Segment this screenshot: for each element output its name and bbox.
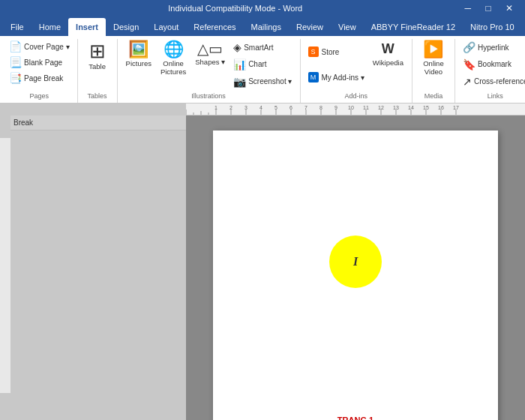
shapes-button[interactable]: △▭ Shapes ▾ <box>191 39 229 68</box>
wikipedia-button[interactable]: W Wikipedia <box>369 39 407 69</box>
tab-mailings[interactable]: Mailings <box>244 18 289 36</box>
bookmark-label: Bookmark <box>478 60 512 68</box>
tab-review[interactable]: Review <box>289 18 331 36</box>
svg-text:16: 16 <box>438 105 444 110</box>
ruler-gray-left <box>0 104 186 115</box>
shapes-label: Shapes ▾ <box>195 58 225 66</box>
text-cursor: I <box>353 255 358 268</box>
pages-items: 📄 Cover Page ▾ 📃 Blank Page 📑 Page Break <box>6 39 73 91</box>
ruler-white: 1 2 3 4 5 6 7 8 9 10 11 <box>186 104 525 115</box>
table-icon: ⊞ <box>89 41 106 61</box>
smartart-button[interactable]: ◈ SmartArt <box>230 40 295 55</box>
chart-label: Chart <box>248 60 266 68</box>
smartart-label: SmartArt <box>244 44 273 52</box>
table-button[interactable]: ⊞ Table <box>82 39 112 73</box>
ribbon-group-illustrations: 🖼️ Pictures 🌐 OnlinePictures △▭ Shapes ▾… <box>118 39 301 103</box>
tab-layout[interactable]: Layout <box>146 18 186 36</box>
store-label: Store <box>322 48 340 56</box>
pages-buttons: 📄 Cover Page ▾ 📃 Blank Page 📑 Page Break <box>6 39 73 86</box>
online-video-icon: ▶️ <box>423 41 443 58</box>
online-pictures-button[interactable]: 🌐 OnlinePictures <box>157 39 190 79</box>
page-break-icon: 📑 <box>9 72 22 84</box>
addins-items: S Store M My Add-ins ▾ W Wikipedia <box>305 39 407 91</box>
tables-group-label: Tables <box>88 91 107 100</box>
hyperlink-button[interactable]: 🔗 Hyperlink <box>460 40 525 55</box>
online-video-label: OnlineVideo <box>423 59 443 76</box>
online-pictures-icon: 🌐 <box>164 41 184 58</box>
ribbon: 📄 Cover Page ▾ 📃 Blank Page 📑 Page Break… <box>0 36 525 104</box>
tab-nitro[interactable]: Nitro Pro 10 <box>463 18 522 36</box>
cover-page-label: Cover Page ▾ <box>24 43 70 51</box>
ribbon-group-tables: ⊞ Table Tables <box>78 39 118 103</box>
bookmark-icon: 🔖 <box>463 58 476 70</box>
tab-insert[interactable]: Insert <box>68 18 106 36</box>
svg-text:6: 6 <box>290 105 292 110</box>
store-icon: S <box>308 46 319 57</box>
links-group-label: Links <box>488 91 503 100</box>
svg-text:9: 9 <box>334 105 338 110</box>
ribbon-group-pages: 📄 Cover Page ▾ 📃 Blank Page 📑 Page Break… <box>2 39 78 103</box>
addins-group-label: Add-ins <box>344 91 368 100</box>
break-label: Break <box>14 118 33 127</box>
svg-text:15: 15 <box>423 105 429 110</box>
svg-text:4: 4 <box>260 105 262 110</box>
addins-small-col: S Store M My Add-ins ▾ <box>305 39 368 90</box>
bookmark-button[interactable]: 🔖 Bookmark <box>460 57 525 72</box>
tab-references[interactable]: References <box>186 18 243 36</box>
chart-icon: 📊 <box>233 58 246 70</box>
table-label: Table <box>88 62 106 70</box>
sidebar-panel: Break <box>10 116 186 420</box>
links-small-col: 🔗 Hyperlink 🔖 Bookmark ↗ Cross-reference <box>460 39 525 90</box>
svg-rect-38 <box>0 116 10 138</box>
pictures-icon: 🖼️ <box>128 41 148 58</box>
title-bar: Individual Compatibility Mode - Word ─ □… <box>0 0 525 16</box>
document-page[interactable]: I TRANG 1 <box>213 130 498 420</box>
yellow-circle[interactable]: I <box>329 236 382 288</box>
online-video-button[interactable]: ▶️ OnlineVideo <box>417 39 450 79</box>
svg-text:11: 11 <box>363 105 369 110</box>
tab-abbyy[interactable]: ABBYY FineReader 12 <box>364 18 463 36</box>
ribbon-group-media: ▶️ OnlineVideo Media <box>412 39 455 103</box>
illustrations-group-label: Illustrations <box>191 91 226 100</box>
vertical-ruler <box>0 116 10 420</box>
pictures-button[interactable]: 🖼️ Pictures <box>122 39 155 70</box>
svg-text:3: 3 <box>244 105 248 110</box>
online-pictures-label: OnlinePictures <box>160 59 186 76</box>
ribbon-tabs: File Home Insert Design Layout Reference… <box>0 16 525 36</box>
cover-page-button[interactable]: 📄 Cover Page ▾ <box>6 39 73 54</box>
window-controls[interactable]: ─ □ ✕ <box>465 3 519 14</box>
smartart-icon: ◈ <box>233 41 242 53</box>
tab-design[interactable]: Design <box>106 18 146 36</box>
hyperlink-icon: 🔗 <box>463 41 476 53</box>
links-items: 🔗 Hyperlink 🔖 Bookmark ↗ Cross-reference <box>460 39 525 91</box>
tab-home[interactable]: Home <box>32 18 68 36</box>
wikipedia-label: Wikipedia <box>373 58 404 67</box>
tables-items: ⊞ Table <box>82 39 112 91</box>
blank-page-icon: 📃 <box>9 56 22 68</box>
svg-text:7: 7 <box>304 105 308 110</box>
hyperlink-label: Hyperlink <box>478 44 509 52</box>
tab-file[interactable]: File <box>3 18 32 36</box>
svg-text:12: 12 <box>378 105 384 110</box>
main-area: Break I TRANG 1 <box>0 116 525 420</box>
store-button[interactable]: S Store <box>305 45 368 58</box>
document-area[interactable]: I TRANG 1 <box>186 116 525 420</box>
svg-text:2: 2 <box>230 105 232 110</box>
tab-view[interactable]: View <box>331 18 364 36</box>
page-break-button[interactable]: 📑 Page Break <box>6 70 73 86</box>
media-items: ▶️ OnlineVideo <box>417 39 450 91</box>
cross-reference-button[interactable]: ↗ Cross-reference <box>460 74 525 89</box>
svg-text:1: 1 <box>214 105 218 110</box>
screenshot-button[interactable]: 📷 Screenshot ▾ <box>230 74 295 89</box>
ribbon-group-links: 🔗 Hyperlink 🔖 Bookmark ↗ Cross-reference… <box>455 39 525 103</box>
my-addins-button[interactable]: M My Add-ins ▾ <box>305 70 368 84</box>
svg-text:8: 8 <box>320 105 322 110</box>
title-bar-text: Individual Compatibility Mode - Word <box>6 4 465 13</box>
horizontal-ruler: 1 2 3 4 5 6 7 8 9 10 11 <box>0 104 525 116</box>
chart-button[interactable]: 📊 Chart <box>230 57 295 72</box>
ruler-v-svg <box>0 116 10 420</box>
blank-page-button[interactable]: 📃 Blank Page <box>6 55 73 70</box>
illustrations-small-col: ◈ SmartArt 📊 Chart 📷 Screenshot ▾ <box>230 39 295 90</box>
screenshot-label: Screenshot ▾ <box>248 77 292 86</box>
cross-reference-label: Cross-reference <box>474 77 525 86</box>
